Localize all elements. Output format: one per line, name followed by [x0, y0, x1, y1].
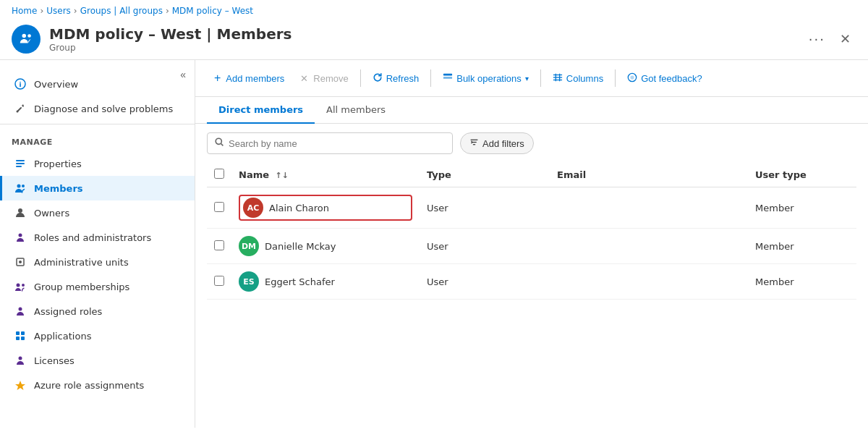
svg-point-0 [22, 34, 27, 38]
sidebar-manage-section: Manage [0, 127, 195, 151]
sort-icon[interactable]: ↑↓ [276, 171, 289, 180]
sidebar-label-overview: Overview [34, 79, 78, 90]
svg-point-1 [27, 34, 31, 38]
main-layout: « i Overview Diagnose and solve pro [0, 60, 868, 428]
row-checkbox-2[interactable] [214, 276, 224, 286]
sidebar-label-diagnose: Diagnose and solve problems [34, 103, 173, 114]
sidebar-label-properties: Properties [34, 158, 82, 169]
add-members-button[interactable]: + Add members [207, 67, 292, 89]
sidebar-label-group-memberships: Group memberships [34, 282, 129, 292]
toolbar-separator-2 [430, 69, 431, 87]
tab-direct-members[interactable]: Direct members [207, 97, 315, 124]
member-type: User [420, 264, 550, 300]
member-type: User [420, 229, 550, 264]
page-title: MDM policy – West | Members [49, 25, 794, 43]
breadcrumb-current[interactable]: MDM policy – West [172, 6, 253, 16]
properties-icon [14, 157, 27, 170]
toolbar-separator-1 [360, 69, 361, 87]
svg-point-14 [19, 261, 22, 263]
breadcrumb-users[interactable]: Users [46, 6, 71, 16]
sidebar-label-assigned-roles: Assigned roles [34, 306, 102, 317]
name-cell[interactable]: ES Eggert Schafer [239, 271, 412, 292]
member-name: Eggert Schafer [265, 276, 335, 287]
member-user-type: Member [748, 187, 856, 229]
tabs-bar: Direct members All members [195, 97, 868, 124]
tab-all-members[interactable]: All members [315, 97, 397, 124]
sidebar-collapse-button[interactable]: « [177, 66, 189, 83]
header-checkbox-cell [207, 163, 231, 187]
row-checkbox-1[interactable] [214, 240, 224, 250]
sidebar-item-group-memberships[interactable]: Group memberships [0, 274, 195, 299]
sidebar-label-owners: Owners [34, 208, 69, 219]
header-type: Type [420, 163, 550, 187]
toolbar-separator-3 [540, 69, 541, 87]
content-area: + Add members ✕ Remove Refresh [195, 60, 868, 428]
svg-point-16 [22, 284, 25, 287]
sidebar-item-properties[interactable]: Properties [0, 151, 195, 176]
svg-rect-24 [443, 73, 452, 75]
sidebar-item-owners[interactable]: Owners [0, 200, 195, 225]
bulk-icon [443, 72, 453, 85]
sidebar-item-overview[interactable]: i Overview [0, 72, 195, 96]
columns-button[interactable]: Columns [545, 68, 610, 89]
toolbar: + Add members ✕ Remove Refresh [195, 60, 868, 97]
remove-button[interactable]: ✕ Remove [293, 69, 355, 88]
page-subtitle: Group [49, 43, 794, 53]
breadcrumb-home[interactable]: Home [12, 6, 37, 16]
name-cell[interactable]: DM Danielle Mckay [239, 236, 412, 256]
sidebar-item-licenses[interactable]: Licenses [0, 348, 195, 373]
name-cell[interactable]: AC Alain Charon [239, 195, 412, 221]
member-type: User [420, 187, 550, 229]
select-all-checkbox[interactable] [214, 169, 224, 179]
avatar: DM [239, 236, 259, 256]
feedback-button[interactable]: Got feedback? [620, 68, 710, 89]
sidebar-label-members: Members [34, 183, 83, 194]
member-email [550, 229, 748, 264]
svg-point-32 [631, 75, 634, 79]
svg-rect-7 [16, 163, 25, 164]
sidebar-item-assigned-roles[interactable]: Assigned roles [0, 299, 195, 323]
assigned-roles-icon [14, 305, 27, 318]
roles-icon [14, 231, 27, 244]
svg-rect-18 [16, 331, 20, 335]
member-email [550, 264, 748, 300]
remove-icon: ✕ [300, 73, 308, 84]
search-input-container [207, 132, 453, 154]
refresh-icon [373, 72, 383, 85]
more-options-button[interactable]: ··· [809, 32, 825, 47]
sidebar-item-members[interactable]: Members [0, 176, 195, 200]
svg-point-9 [17, 185, 21, 188]
breadcrumb: Home › Users › Groups | All groups › MDM… [0, 0, 868, 22]
svg-rect-25 [443, 77, 452, 79]
sidebar-item-applications[interactable]: Applications [0, 323, 195, 348]
sidebar-label-admin-units: Administrative units [34, 257, 129, 268]
page-header: MDM policy – West | Members Group ··· ✕ [0, 22, 868, 60]
header-name: Name ↑↓ [231, 163, 420, 187]
sidebar-item-azure-role[interactable]: Azure role assignments [0, 373, 195, 397]
refresh-button[interactable]: Refresh [365, 68, 427, 89]
avatar: ES [239, 271, 259, 292]
member-user-type: Member [748, 264, 856, 300]
group-icon [12, 25, 41, 54]
sidebar-item-admin-units[interactable]: Administrative units [0, 250, 195, 274]
search-input[interactable] [229, 138, 445, 149]
close-button[interactable]: ✕ [834, 28, 856, 50]
bulk-operations-button[interactable]: Bulk operations ▾ [435, 68, 536, 89]
owners-icon [14, 206, 27, 219]
table-row: AC Alain Charon UserMember [207, 187, 856, 229]
wrench-icon [14, 102, 27, 115]
svg-rect-21 [21, 337, 25, 340]
row-checkbox-0[interactable] [214, 202, 224, 212]
add-filters-button[interactable]: Add filters [460, 132, 534, 154]
sidebar-item-roles-admins[interactable]: Roles and administrators [0, 225, 195, 250]
svg-line-34 [221, 144, 224, 146]
sidebar-item-diagnose[interactable]: Diagnose and solve problems [0, 96, 195, 121]
table-row: DM Danielle Mckay UserMember [207, 229, 856, 264]
sidebar-divider-manage [0, 124, 195, 124]
svg-point-10 [22, 185, 25, 187]
applications-icon [14, 329, 27, 342]
svg-point-33 [216, 138, 221, 144]
add-icon: + [214, 72, 221, 85]
sidebar-label-roles-admins: Roles and administrators [34, 232, 151, 243]
breadcrumb-all-groups[interactable]: Groups | All groups [80, 6, 163, 16]
